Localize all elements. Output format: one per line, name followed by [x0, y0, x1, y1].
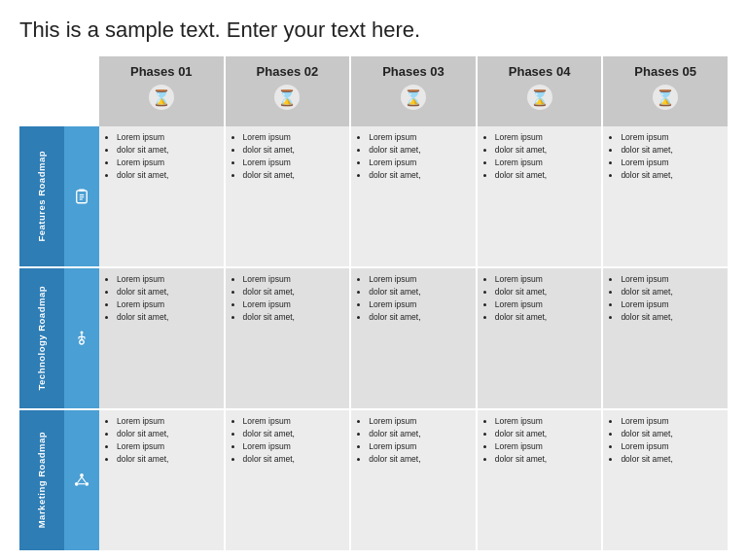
features-row: Lorem ipsumdolor sit amet,Lorem ipsumdol…: [99, 126, 728, 266]
list-item: Lorem ipsum: [369, 274, 470, 286]
features-cell-1: Lorem ipsumdolor sit amet,Lorem ipsumdol…: [99, 126, 224, 266]
list-item: dolor sit amet,: [369, 429, 470, 440]
marketing-cell-2: Lorem ipsumdolor sit amet,Lorem ipsumdol…: [226, 410, 350, 550]
list-item: dolor sit amet,: [243, 145, 344, 157]
technology-cell-3: Lorem ipsumdolor sit amet,Lorem ipsumdol…: [351, 268, 476, 408]
row-header-marketing: Marketing Roadmap: [19, 410, 64, 550]
row-header-technology: Technology Roadmap: [19, 268, 64, 408]
list-item: Lorem ipsum: [495, 132, 596, 144]
features-cell-5: Lorem ipsumdolor sit amet,Lorem ipsumdol…: [603, 126, 728, 266]
list-item: Lorem ipsum: [495, 158, 596, 169]
list-item: Lorem ipsum: [621, 441, 722, 453]
row-headers: Features Roadmap Technology Roadmap Mark…: [19, 126, 64, 550]
list-item: dolor sit amet,: [369, 312, 470, 324]
list-item: Lorem ipsum: [495, 441, 596, 453]
svg-point-12: [75, 482, 79, 486]
usb-icon: [73, 330, 90, 347]
list-item: dolor sit amet,: [495, 287, 596, 298]
features-icon-cell: [64, 126, 99, 266]
phase-header-4: Phases 04 ⌛: [478, 56, 602, 126]
phase-header-1: Phases 01 ⌛: [99, 56, 224, 126]
svg-point-13: [85, 482, 89, 486]
list-item: dolor sit amet,: [243, 312, 344, 324]
list-item: Lorem ipsum: [117, 441, 218, 453]
svg-line-15: [82, 477, 86, 483]
list-item: dolor sit amet,: [117, 312, 218, 324]
svg-line-14: [78, 477, 82, 483]
hourglass-icon-2: ⌛: [274, 85, 300, 110]
list-item: Lorem ipsum: [369, 441, 470, 453]
list-item: dolor sit amet,: [369, 145, 470, 157]
icon-column: [64, 126, 99, 550]
phase-1-label: Phases 01: [130, 64, 193, 79]
phase-4-label: Phases 04: [509, 64, 571, 79]
marketing-cell-4: Lorem ipsumdolor sit amet,Lorem ipsumdol…: [478, 410, 602, 550]
network-icon: [73, 472, 90, 489]
marketing-icon-cell: [64, 410, 99, 550]
list-item: Lorem ipsum: [495, 299, 596, 311]
list-item: dolor sit amet,: [621, 287, 722, 298]
list-item: Lorem ipsum: [117, 416, 218, 428]
list-item: dolor sit amet,: [495, 312, 596, 324]
list-item: dolor sit amet,: [117, 287, 218, 298]
svg-point-11: [80, 473, 84, 477]
list-item: Lorem ipsum: [243, 132, 344, 144]
list-item: dolor sit amet,: [117, 170, 218, 182]
list-item: Lorem ipsum: [621, 132, 722, 144]
hourglass-icon-5: ⌛: [653, 85, 678, 110]
page-title: This is a sample text. Enter your text h…: [19, 18, 728, 43]
list-item: dolor sit amet,: [495, 170, 596, 182]
list-item: dolor sit amet,: [621, 454, 722, 466]
list-item: dolor sit amet,: [117, 429, 218, 440]
list-item: Lorem ipsum: [243, 158, 344, 169]
list-item: dolor sit amet,: [621, 312, 722, 324]
technology-row: Lorem ipsumdolor sit amet,Lorem ipsumdol…: [99, 268, 728, 408]
list-item: dolor sit amet,: [369, 170, 470, 182]
list-item: Lorem ipsum: [621, 158, 722, 169]
list-item: dolor sit amet,: [495, 145, 596, 157]
technology-icon-cell: [64, 268, 99, 408]
marketing-cell-5: Lorem ipsumdolor sit amet,Lorem ipsumdol…: [603, 410, 728, 550]
features-cell-3: Lorem ipsumdolor sit amet,Lorem ipsumdol…: [351, 126, 476, 266]
list-item: Lorem ipsum: [117, 158, 218, 169]
features-cell-2: Lorem ipsumdolor sit amet,Lorem ipsumdol…: [226, 126, 350, 266]
svg-point-10: [80, 340, 85, 345]
list-item: Lorem ipsum: [495, 416, 596, 428]
list-item: Lorem ipsum: [621, 299, 722, 311]
list-item: Lorem ipsum: [495, 274, 596, 286]
list-item: dolor sit amet,: [621, 145, 722, 157]
technology-cell-4: Lorem ipsumdolor sit amet,Lorem ipsumdol…: [478, 268, 602, 408]
list-item: Lorem ipsum: [621, 274, 722, 286]
list-item: dolor sit amet,: [243, 429, 344, 440]
row-header-features-label: Features Roadmap: [36, 151, 48, 242]
phase-3-label: Phases 03: [382, 64, 445, 79]
hourglass-icon-4: ⌛: [527, 85, 552, 110]
technology-cell-5: Lorem ipsumdolor sit amet,Lorem ipsumdol…: [603, 268, 728, 408]
list-item: Lorem ipsum: [243, 274, 344, 286]
list-item: Lorem ipsum: [369, 158, 470, 169]
list-item: Lorem ipsum: [369, 132, 470, 144]
list-item: dolor sit amet,: [243, 287, 344, 298]
list-item: Lorem ipsum: [621, 416, 722, 428]
technology-cell-2: Lorem ipsumdolor sit amet,Lorem ipsumdol…: [226, 268, 350, 408]
svg-point-5: [81, 332, 84, 334]
list-item: Lorem ipsum: [243, 299, 344, 311]
list-item: dolor sit amet,: [621, 170, 722, 182]
list-item: Lorem ipsum: [117, 274, 218, 286]
main-grid: Phases 01 ⌛ Phases 02 ⌛ Phases 03 ⌛ Phas…: [99, 56, 728, 550]
row-header-marketing-label: Marketing Roadmap: [36, 432, 48, 528]
list-item: dolor sit amet,: [495, 454, 596, 466]
list-item: Lorem ipsum: [243, 441, 344, 453]
list-item: dolor sit amet,: [369, 454, 470, 466]
marketing-row: Lorem ipsumdolor sit amet,Lorem ipsumdol…: [99, 410, 728, 550]
phase-header-2: Phases 02 ⌛: [226, 56, 350, 126]
list-item: Lorem ipsum: [369, 299, 470, 311]
hourglass-icon-1: ⌛: [149, 85, 174, 110]
clipboard-icon: [73, 188, 90, 205]
row-header-features: Features Roadmap: [19, 126, 64, 266]
features-cell-4: Lorem ipsumdolor sit amet,Lorem ipsumdol…: [478, 126, 602, 266]
list-item: Lorem ipsum: [243, 416, 344, 428]
data-rows-container: Lorem ipsumdolor sit amet,Lorem ipsumdol…: [99, 126, 728, 550]
phase-header-5: Phases 05 ⌛: [603, 56, 728, 126]
phase-header-3: Phases 03 ⌛: [351, 56, 476, 126]
